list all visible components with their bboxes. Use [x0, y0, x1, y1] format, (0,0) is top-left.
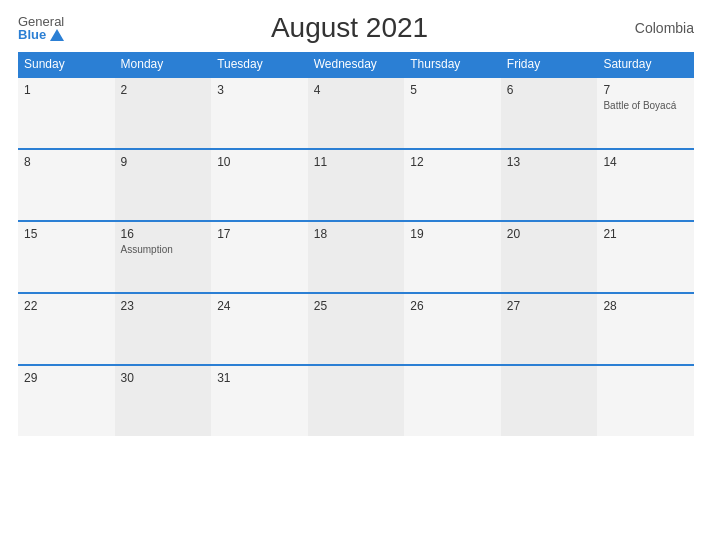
day-cell: 18	[308, 222, 405, 292]
day-number: 5	[410, 83, 495, 97]
day-number: 2	[121, 83, 206, 97]
day-cell: 16Assumption	[115, 222, 212, 292]
day-event: Assumption	[121, 244, 206, 255]
day-number: 27	[507, 299, 592, 313]
day-cell: 13	[501, 150, 598, 220]
day-cell: 25	[308, 294, 405, 364]
weeks-container: 1234567Battle of Boyacá8910111213141516A…	[18, 76, 694, 436]
day-number: 10	[217, 155, 302, 169]
day-cell: 30	[115, 366, 212, 436]
week-row-1: 1234567Battle of Boyacá	[18, 76, 694, 148]
day-number: 7	[603, 83, 688, 97]
week-row-2: 891011121314	[18, 148, 694, 220]
day-number: 15	[24, 227, 109, 241]
calendar-header: General Blue August 2021 Colombia	[18, 12, 694, 44]
day-header-wednesday: Wednesday	[308, 52, 405, 76]
day-number: 25	[314, 299, 399, 313]
logo-triangle-icon	[50, 29, 64, 41]
day-number: 22	[24, 299, 109, 313]
day-cell: 6	[501, 78, 598, 148]
day-cell: 2	[115, 78, 212, 148]
day-number: 6	[507, 83, 592, 97]
day-header-monday: Monday	[115, 52, 212, 76]
day-cell: 9	[115, 150, 212, 220]
day-cell: 11	[308, 150, 405, 220]
day-cell: 26	[404, 294, 501, 364]
day-header-friday: Friday	[501, 52, 598, 76]
day-cell: 3	[211, 78, 308, 148]
day-header-saturday: Saturday	[597, 52, 694, 76]
logo-blue-text: Blue	[18, 28, 64, 41]
day-number: 29	[24, 371, 109, 385]
day-number: 26	[410, 299, 495, 313]
day-number: 23	[121, 299, 206, 313]
calendar-container: General Blue August 2021 Colombia Sunday…	[0, 0, 712, 550]
day-number: 1	[24, 83, 109, 97]
day-cell: 20	[501, 222, 598, 292]
day-cell	[404, 366, 501, 436]
day-cell: 5	[404, 78, 501, 148]
day-cell: 15	[18, 222, 115, 292]
day-cell: 14	[597, 150, 694, 220]
day-header-thursday: Thursday	[404, 52, 501, 76]
day-number: 14	[603, 155, 688, 169]
day-cell	[501, 366, 598, 436]
day-number: 16	[121, 227, 206, 241]
day-number: 28	[603, 299, 688, 313]
day-cell: 10	[211, 150, 308, 220]
day-number: 30	[121, 371, 206, 385]
day-number: 13	[507, 155, 592, 169]
day-cell: 28	[597, 294, 694, 364]
day-headers-row: SundayMondayTuesdayWednesdayThursdayFrid…	[18, 52, 694, 76]
day-cell: 7Battle of Boyacá	[597, 78, 694, 148]
day-cell: 17	[211, 222, 308, 292]
day-cell: 4	[308, 78, 405, 148]
day-cell: 29	[18, 366, 115, 436]
day-number: 18	[314, 227, 399, 241]
day-number: 9	[121, 155, 206, 169]
logo: General Blue	[18, 15, 64, 41]
day-header-sunday: Sunday	[18, 52, 115, 76]
month-title: August 2021	[271, 12, 428, 44]
day-number: 3	[217, 83, 302, 97]
day-cell: 24	[211, 294, 308, 364]
day-number: 4	[314, 83, 399, 97]
day-number: 11	[314, 155, 399, 169]
day-header-tuesday: Tuesday	[211, 52, 308, 76]
day-cell: 19	[404, 222, 501, 292]
day-cell	[308, 366, 405, 436]
day-number: 31	[217, 371, 302, 385]
country-label: Colombia	[635, 20, 694, 36]
day-cell: 22	[18, 294, 115, 364]
week-row-3: 1516Assumption1718192021	[18, 220, 694, 292]
day-cell: 21	[597, 222, 694, 292]
day-cell: 8	[18, 150, 115, 220]
day-number: 21	[603, 227, 688, 241]
day-number: 19	[410, 227, 495, 241]
day-cell: 1	[18, 78, 115, 148]
day-number: 20	[507, 227, 592, 241]
day-event: Battle of Boyacá	[603, 100, 688, 111]
day-number: 17	[217, 227, 302, 241]
week-row-5: 293031	[18, 364, 694, 436]
day-cell: 27	[501, 294, 598, 364]
day-number: 24	[217, 299, 302, 313]
week-row-4: 22232425262728	[18, 292, 694, 364]
day-number: 8	[24, 155, 109, 169]
day-cell: 23	[115, 294, 212, 364]
day-cell: 31	[211, 366, 308, 436]
day-cell	[597, 366, 694, 436]
day-number: 12	[410, 155, 495, 169]
day-cell: 12	[404, 150, 501, 220]
